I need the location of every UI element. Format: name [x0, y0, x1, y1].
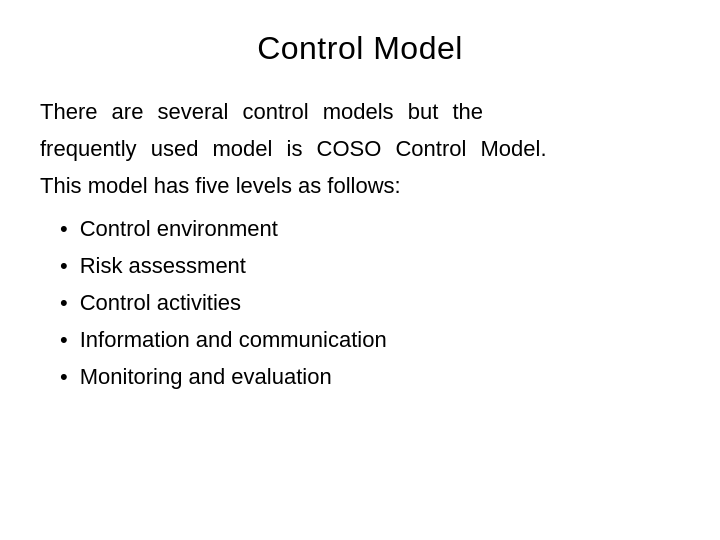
bullet-dot-icon: • — [60, 286, 68, 319]
intro-paragraph-line3: This model has five levels as follows: — [40, 169, 680, 202]
bullet-dot-icon: • — [60, 249, 68, 282]
list-item: •Information and communication — [60, 323, 680, 356]
list-item-text: Control activities — [80, 286, 241, 319]
list-item-text: Monitoring and evaluation — [80, 360, 332, 393]
bullet-dot-icon: • — [60, 323, 68, 356]
bullet-dot-icon: • — [60, 360, 68, 393]
bullet-list: •Control environment•Risk assessment•Con… — [40, 212, 680, 393]
bullet-dot-icon: • — [60, 212, 68, 245]
intro-paragraph-line2: frequently used model is COSO Control Mo… — [40, 132, 680, 165]
list-item-text: Control environment — [80, 212, 278, 245]
list-item: •Risk assessment — [60, 249, 680, 282]
list-item-text: Information and communication — [80, 323, 387, 356]
main-content: There are several control models but the… — [40, 95, 680, 397]
page-title: Control Model — [257, 30, 463, 67]
list-item-text: Risk assessment — [80, 249, 246, 282]
intro-paragraph-line1: There are several control models but the — [40, 95, 680, 128]
list-item: •Monitoring and evaluation — [60, 360, 680, 393]
list-item: •Control environment — [60, 212, 680, 245]
list-item: •Control activities — [60, 286, 680, 319]
